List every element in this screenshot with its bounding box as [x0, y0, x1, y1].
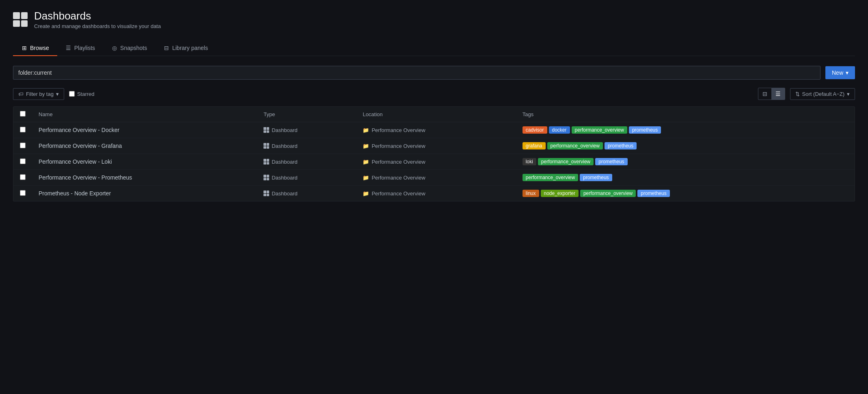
list-view-button[interactable]: ☰	[771, 88, 785, 100]
search-toolbar: folder:current New ▾	[13, 66, 855, 80]
starred-filter[interactable]: Starred	[69, 91, 95, 97]
location-cell: 📁Performance Overview	[363, 159, 509, 165]
folder-icon: 📁	[363, 143, 369, 149]
type-cell: Dashboard	[263, 127, 350, 133]
dashboard-icon	[263, 159, 269, 165]
row-checkbox[interactable]	[20, 190, 26, 196]
tag-badge[interactable]: prometheus	[595, 158, 627, 165]
dashboard-name-link[interactable]: Prometheus - Node Exporter	[39, 190, 111, 197]
col-location: Location	[356, 107, 516, 122]
tab-browse[interactable]: ⊞ Browse	[13, 41, 57, 56]
tag-icon: 🏷	[18, 91, 24, 97]
dashboard-icon	[263, 143, 269, 149]
table-header-row: Name Type Location Tags	[13, 107, 855, 122]
chevron-down-icon: ▾	[56, 91, 59, 97]
location-cell: 📁Performance Overview	[363, 127, 509, 133]
tag-badge[interactable]: performance_overview	[547, 142, 603, 149]
col-name: Name	[32, 107, 257, 122]
tags-cell: linuxnode_exporterperformance_overviewpr…	[523, 190, 848, 197]
table-row: Performance Overview - LokiDashboard📁Per…	[13, 154, 855, 170]
table-row: Performance Overview - PrometheusDashboa…	[13, 170, 855, 186]
filter-bar: 🏷 Filter by tag ▾ Starred ⊟ ☰ ⇅ Sort (De…	[13, 88, 855, 100]
row-checkbox[interactable]	[20, 143, 26, 148]
sort-icon: ⇅	[795, 91, 800, 97]
filter-by-tag-button[interactable]: 🏷 Filter by tag ▾	[13, 88, 64, 100]
browse-icon: ⊞	[21, 45, 28, 51]
tag-badge[interactable]: linux	[523, 190, 539, 197]
dashboard-name-link[interactable]: Performance Overview - Loki	[39, 158, 112, 165]
tag-badge[interactable]: prometheus	[629, 126, 661, 134]
col-tags: Tags	[516, 107, 855, 122]
table-row: Performance Overview - DockerDashboard📁P…	[13, 122, 855, 138]
type-cell: Dashboard	[263, 159, 350, 165]
tags-cell: performance_overviewprometheus	[523, 174, 848, 181]
type-cell: Dashboard	[263, 175, 350, 181]
tags-cell: cadvisordockerperformance_overviewpromet…	[523, 126, 848, 134]
tag-badge[interactable]: cadvisor	[523, 126, 547, 134]
chevron-down-icon: ▾	[847, 91, 850, 97]
tag-badge[interactable]: prometheus	[637, 190, 669, 197]
playlist-icon: ☰	[65, 45, 72, 51]
folder-icon: 📁	[363, 127, 369, 133]
tags-cell: grafanaperformance_overviewprometheus	[523, 142, 848, 149]
new-button[interactable]: New ▾	[825, 66, 855, 79]
dashboard-name-link[interactable]: Performance Overview - Docker	[39, 127, 119, 133]
folder-icon: 📁	[363, 191, 369, 197]
starred-checkbox[interactable]	[69, 91, 75, 97]
tab-bar: ⊞ Browse ☰ Playlists ◎ Snapshots ⊟ Libra…	[13, 41, 855, 56]
dashboard-table: Name Type Location Tags Performance Over…	[13, 106, 855, 201]
type-cell: Dashboard	[263, 191, 350, 197]
dashboard-name-link[interactable]: Performance Overview - Prometheus	[39, 174, 132, 181]
tag-badge[interactable]: performance_overview	[580, 190, 636, 197]
row-checkbox[interactable]	[20, 158, 26, 164]
col-type: Type	[257, 107, 356, 122]
camera-icon: ◎	[111, 45, 118, 51]
table-row: Prometheus - Node ExporterDashboard📁Perf…	[13, 186, 855, 201]
table-row: Performance Overview - GrafanaDashboard📁…	[13, 138, 855, 154]
tag-badge[interactable]: docker	[549, 126, 570, 134]
dashboard-icon	[263, 191, 269, 196]
row-checkbox[interactable]	[20, 174, 26, 180]
tab-snapshots[interactable]: ◎ Snapshots	[103, 41, 155, 56]
location-cell: 📁Performance Overview	[363, 191, 509, 197]
tab-playlists[interactable]: ☰ Playlists	[57, 41, 103, 56]
page-subtitle: Create and manage dashboards to visualiz…	[34, 23, 161, 29]
dashboard-icon	[263, 175, 269, 180]
page-header: Dashboards Create and manage dashboards …	[13, 10, 855, 29]
view-toggle: ⊟ ☰	[758, 88, 785, 100]
sort-button[interactable]: ⇅ Sort (Default A−Z) ▾	[790, 88, 855, 100]
tag-badge[interactable]: performance_overview	[523, 174, 578, 181]
tag-badge[interactable]: node_exporter	[541, 190, 579, 197]
chevron-down-icon: ▾	[846, 69, 849, 76]
library-icon: ⊟	[163, 45, 170, 51]
search-input[interactable]: folder:current	[13, 66, 820, 80]
folder-view-button[interactable]: ⊟	[758, 88, 771, 100]
tag-badge[interactable]: prometheus	[605, 142, 637, 149]
tag-badge[interactable]: loki	[523, 158, 536, 165]
dashboard-name-link[interactable]: Performance Overview - Grafana	[39, 143, 122, 149]
tag-badge[interactable]: prometheus	[580, 174, 612, 181]
tags-cell: lokiperformance_overviewprometheus	[523, 158, 848, 165]
location-cell: 📁Performance Overview	[363, 175, 509, 181]
tag-badge[interactable]: performance_overview	[538, 158, 594, 165]
select-all-checkbox[interactable]	[20, 111, 26, 117]
tag-badge[interactable]: performance_overview	[572, 126, 627, 134]
app-logo	[13, 12, 28, 27]
row-checkbox[interactable]	[20, 127, 26, 132]
folder-icon: 📁	[363, 175, 369, 181]
tab-library-panels[interactable]: ⊟ Library panels	[155, 41, 216, 56]
dashboard-icon	[263, 127, 269, 133]
type-cell: Dashboard	[263, 143, 350, 149]
tag-badge[interactable]: grafana	[523, 142, 546, 149]
location-cell: 📁Performance Overview	[363, 143, 509, 149]
page-title: Dashboards	[34, 10, 161, 22]
folder-icon: 📁	[363, 159, 369, 165]
